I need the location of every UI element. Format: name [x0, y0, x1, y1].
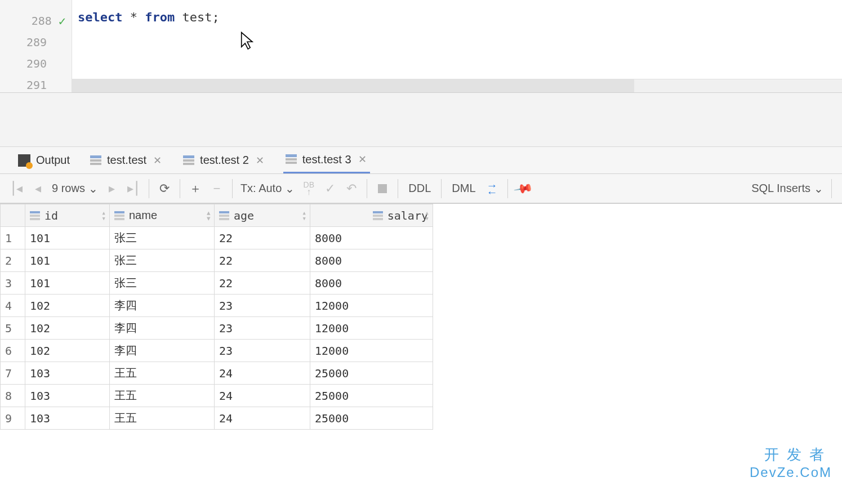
column-header-salary[interactable]: salary ▴▾ — [310, 204, 433, 227]
watermark-line1: 开发者 — [750, 445, 832, 465]
sort-icon[interactable]: ▴▾ — [302, 209, 306, 221]
cell-age[interactable]: 23 — [215, 340, 310, 362]
cell-age[interactable]: 24 — [215, 385, 310, 407]
cell-id[interactable]: 103 — [25, 362, 110, 385]
sort-icon[interactable]: ▴▾ — [101, 209, 106, 221]
cell-salary[interactable]: 8000 — [310, 227, 433, 249]
cell-salary[interactable]: 25000 — [310, 362, 433, 385]
cell-age[interactable]: 22 — [215, 272, 310, 295]
chevron-down-icon: ⌄ — [88, 182, 98, 195]
stop-button[interactable] — [372, 178, 393, 199]
cell-id[interactable]: 102 — [25, 317, 110, 340]
rollback-button[interactable]: ↶ — [341, 178, 362, 199]
column-label: name — [129, 209, 157, 222]
tab-label: test.test 2 — [200, 154, 249, 167]
line-number: 290 — [26, 57, 47, 70]
next-page-button[interactable]: ▸ — [101, 178, 123, 199]
horizontal-scrollbar[interactable] — [72, 79, 842, 92]
cell-name[interactable]: 李四 — [110, 317, 215, 340]
dml-button[interactable]: DML — [446, 178, 481, 199]
cell-id[interactable]: 102 — [25, 295, 110, 317]
commit-button[interactable]: ✓ — [319, 178, 341, 199]
table-row[interactable]: 6102李四2312000 — [1, 340, 433, 362]
cell-id[interactable]: 101 — [25, 249, 110, 272]
table-row[interactable]: 4102李四2312000 — [1, 295, 433, 317]
last-page-button[interactable]: ▸⎮ — [123, 178, 144, 199]
cell-name[interactable]: 王五 — [110, 385, 215, 407]
cell-id[interactable]: 103 — [25, 385, 110, 407]
check-icon: ✓ — [59, 14, 66, 28]
add-row-button[interactable]: ＋ — [185, 178, 206, 199]
tab-test-1[interactable]: test.test ✕ — [88, 147, 165, 173]
cell-id[interactable]: 101 — [25, 227, 110, 249]
pin-button[interactable]: 📌 — [508, 173, 538, 203]
table-row[interactable]: 1101张三228000 — [1, 227, 433, 249]
cell-salary[interactable]: 25000 — [310, 407, 433, 430]
line-number: 289 — [26, 35, 47, 49]
cell-age[interactable]: 24 — [215, 407, 310, 430]
prev-page-button[interactable]: ◂ — [27, 178, 48, 199]
tab-test-3[interactable]: test.test 3 ✕ — [283, 147, 370, 173]
scrollbar-thumb[interactable] — [72, 79, 634, 92]
cell-salary[interactable]: 12000 — [310, 295, 433, 317]
code-area[interactable]: select * from test; — [72, 0, 842, 92]
result-table[interactable]: id ▴▾ name ▴▾ age ▴▾ salary ▴▾ 1101张三228… — [0, 204, 433, 430]
cell-salary[interactable]: 25000 — [310, 385, 433, 407]
cell-name[interactable]: 张三 — [110, 227, 215, 249]
column-header-id[interactable]: id ▴▾ — [25, 204, 110, 227]
ddl-button[interactable]: DDL — [403, 178, 436, 199]
table-row[interactable]: 2101张三228000 — [1, 249, 433, 272]
cell-name[interactable]: 张三 — [110, 249, 215, 272]
sort-merge-icon[interactable]: →← — [482, 178, 503, 199]
column-label: salary — [387, 209, 428, 222]
row-count-dropdown[interactable]: 9 rows ⌄ — [48, 182, 101, 195]
separator — [398, 179, 398, 198]
row-number: 1 — [1, 227, 25, 249]
sql-token: * — [122, 10, 145, 24]
close-icon[interactable]: ✕ — [152, 154, 163, 167]
cell-name[interactable]: 李四 — [110, 295, 215, 317]
tab-output[interactable]: Output — [16, 147, 72, 173]
table-row[interactable]: 8103王五2425000 — [1, 385, 433, 407]
cell-age[interactable]: 23 — [215, 295, 310, 317]
tab-test-2[interactable]: test.test 2 ✕ — [181, 147, 268, 173]
cell-name[interactable]: 张三 — [110, 272, 215, 295]
reload-button[interactable]: ⟳ — [154, 178, 175, 199]
export-format-dropdown[interactable]: SQL Inserts ⌄ — [748, 182, 827, 195]
table-row[interactable]: 3101张三228000 — [1, 272, 433, 295]
sql-token: test — [175, 10, 212, 24]
cell-salary[interactable]: 8000 — [310, 272, 433, 295]
grid-icon — [286, 154, 297, 164]
table-row[interactable]: 5102李四2312000 — [1, 317, 433, 340]
cell-salary[interactable]: 8000 — [310, 249, 433, 272]
sql-keyword: from — [145, 10, 175, 24]
close-icon[interactable]: ✕ — [357, 153, 368, 166]
sql-keyword: select — [78, 10, 122, 24]
first-page-button[interactable]: ⎮◂ — [6, 178, 27, 199]
cell-age[interactable]: 22 — [215, 227, 310, 249]
cell-age[interactable]: 24 — [215, 362, 310, 385]
submit-db-button[interactable]: DB↑ — [298, 178, 319, 199]
column-header-name[interactable]: name ▴▾ — [110, 204, 215, 227]
cell-name[interactable]: 王五 — [110, 407, 215, 430]
cell-id[interactable]: 103 — [25, 407, 110, 430]
cell-name[interactable]: 李四 — [110, 340, 215, 362]
cell-name[interactable]: 王五 — [110, 362, 215, 385]
cell-salary[interactable]: 12000 — [310, 317, 433, 340]
column-header-age[interactable]: age ▴▾ — [215, 204, 310, 227]
close-icon[interactable]: ✕ — [255, 154, 265, 167]
table-row[interactable]: 9103王五2425000 — [1, 407, 433, 430]
tab-label: test.test — [107, 154, 146, 167]
table-header-row: id ▴▾ name ▴▾ age ▴▾ salary ▴▾ — [1, 204, 433, 227]
watermark: 开发者 DevZe.CoM — [750, 445, 832, 480]
cell-id[interactable]: 101 — [25, 272, 110, 295]
cell-age[interactable]: 22 — [215, 249, 310, 272]
sort-icon[interactable]: ▴▾ — [207, 209, 211, 221]
tx-mode-dropdown[interactable]: Tx: Auto ⌄ — [237, 182, 298, 195]
remove-row-button[interactable]: − — [206, 178, 228, 199]
table-row[interactable]: 7103王五2425000 — [1, 362, 433, 385]
cell-id[interactable]: 102 — [25, 340, 110, 362]
cell-salary[interactable]: 12000 — [310, 340, 433, 362]
cell-age[interactable]: 23 — [215, 317, 310, 340]
sort-icon[interactable]: ▴▾ — [425, 209, 429, 221]
